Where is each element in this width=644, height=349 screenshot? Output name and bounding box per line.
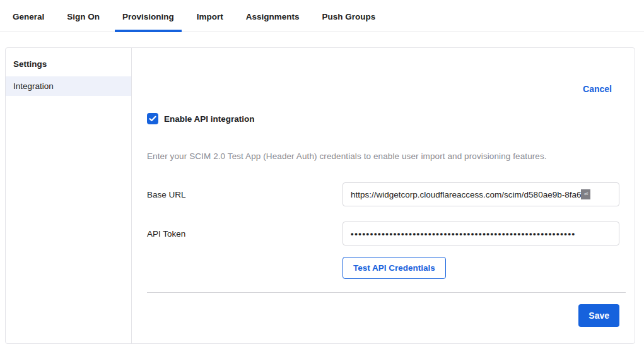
sidebar-header-settings: Settings xyxy=(6,54,131,76)
tab-import[interactable]: Import xyxy=(189,2,231,32)
base-url-input[interactable]: https://widgetcorp.cloudflareaccess.com/… xyxy=(342,182,619,206)
cancel-button[interactable]: Cancel xyxy=(583,84,612,94)
api-token-row: API Token ••••••••••••••••••••••••••••••… xyxy=(147,222,619,245)
tab-provisioning[interactable]: Provisioning xyxy=(115,2,182,32)
api-token-label: API Token xyxy=(147,229,342,239)
enable-api-integration-checkbox[interactable] xyxy=(147,113,158,124)
credentials-description: Enter your SCIM 2.0 Test App (Header Aut… xyxy=(147,151,619,161)
save-button[interactable]: Save xyxy=(578,304,619,327)
test-api-credentials-button[interactable]: Test API Credentials xyxy=(342,257,446,279)
settings-sidebar: Settings Integration xyxy=(6,48,132,343)
test-credentials-row: Test API Credentials xyxy=(147,257,619,279)
api-token-input[interactable]: ••••••••••••••••••••••••••••••••••••••••… xyxy=(342,222,619,245)
enable-api-integration-label: Enable API integration xyxy=(164,114,255,124)
sidebar-item-integration[interactable]: Integration xyxy=(6,76,131,96)
api-token-masked-value: ••••••••••••••••••••••••••••••••••••••••… xyxy=(351,229,576,239)
base-url-value: https://widgetcorp.cloudflareaccess.com/… xyxy=(351,190,581,199)
enable-api-integration-row: Enable API integration xyxy=(147,113,619,124)
form-header-row: Cancel xyxy=(147,84,619,94)
save-row: Save xyxy=(147,304,619,327)
tab-bar: General Sign On Provisioning Import Assi… xyxy=(0,0,644,32)
divider xyxy=(147,292,626,293)
text-selection-cursor: ⏎ xyxy=(581,189,590,199)
tab-general[interactable]: General xyxy=(5,2,52,32)
tab-sign-on[interactable]: Sign On xyxy=(59,2,107,32)
integration-form: Cancel Enable API integration Enter your… xyxy=(132,48,635,343)
base-url-label: Base URL xyxy=(147,190,342,199)
base-url-row: Base URL https://widgetcorp.cloudflareac… xyxy=(147,182,619,206)
checkmark-icon xyxy=(149,115,156,122)
provisioning-panel: Settings Integration Cancel Enable API i… xyxy=(5,47,635,344)
tab-push-groups[interactable]: Push Groups xyxy=(315,2,383,32)
tab-assignments[interactable]: Assignments xyxy=(238,2,307,32)
